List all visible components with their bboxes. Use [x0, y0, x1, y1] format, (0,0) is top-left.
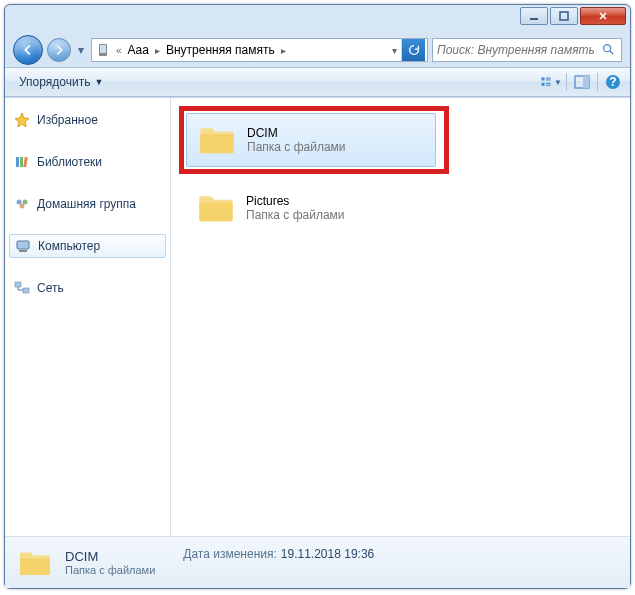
svg-rect-15 [16, 157, 19, 167]
svg-rect-24 [23, 288, 29, 293]
star-icon [13, 111, 31, 129]
folder-desc: Папка с файлами [246, 208, 345, 222]
date-value: 19.11.2018 19:36 [281, 547, 374, 561]
library-icon [13, 153, 31, 171]
minimize-button[interactable] [520, 7, 548, 25]
explorer-window: ▾ « Aaa ▸ Внутренняя память ▸ ▾ Упоряд [4, 4, 631, 589]
title-bar [5, 5, 630, 33]
svg-rect-21 [17, 241, 29, 249]
svg-rect-0 [530, 18, 538, 20]
sidebar-item-label: Избранное [37, 113, 98, 127]
close-button[interactable] [580, 7, 626, 25]
folder-desc: Папка с файлами [247, 140, 346, 154]
details-name: DCIM [65, 549, 155, 564]
svg-point-20 [20, 204, 25, 209]
sidebar-item-label: Библиотеки [37, 155, 102, 169]
sidebar-item-label: Компьютер [38, 239, 100, 253]
sidebar-item-label: Сеть [37, 281, 64, 295]
folder-item-pictures[interactable]: Pictures Папка с файлами [186, 182, 436, 234]
svg-rect-23 [15, 282, 21, 287]
body-area: Избранное Библиотеки Домашняя группа Ком… [5, 97, 630, 536]
folder-name: Pictures [246, 194, 345, 208]
svg-rect-22 [19, 250, 27, 252]
details-desc: Папка с файлами [65, 564, 155, 576]
chevron-down-icon: ▼ [94, 77, 103, 87]
computer-icon [14, 237, 32, 255]
svg-rect-9 [546, 83, 551, 84]
organize-label: Упорядочить [19, 75, 90, 89]
view-options-button[interactable]: ▼ [540, 71, 562, 93]
help-button[interactable]: ? [602, 71, 624, 93]
sidebar-item-network[interactable]: Сеть [5, 276, 170, 300]
navigation-pane: Избранное Библиотеки Домашняя группа Ком… [5, 98, 171, 536]
toolbar-separator [597, 73, 598, 91]
organize-button[interactable]: Упорядочить ▼ [11, 71, 111, 93]
sidebar-item-favorites[interactable]: Избранное [5, 108, 170, 132]
svg-rect-12 [583, 76, 589, 88]
svg-rect-3 [100, 45, 106, 53]
breadcrumb-item[interactable]: Внутренняя память [164, 43, 277, 57]
sidebar-item-computer[interactable]: Компьютер [9, 234, 166, 258]
svg-rect-1 [560, 12, 568, 20]
details-meta: Дата изменения: 19.11.2018 19:36 [183, 547, 374, 561]
device-icon [94, 41, 112, 59]
address-dropdown-icon[interactable]: ▾ [388, 45, 401, 56]
homegroup-icon [13, 195, 31, 213]
folder-icon [17, 545, 53, 581]
svg-rect-16 [20, 157, 23, 167]
details-text: DCIM Папка с файлами [65, 549, 155, 576]
folder-icon [196, 188, 236, 228]
sidebar-item-homegroup[interactable]: Домашняя группа [5, 192, 170, 216]
folder-text: Pictures Папка с файлами [246, 194, 345, 222]
svg-point-19 [23, 200, 28, 205]
file-list[interactable]: DCIM Папка с файлами Pictures Папка с фа… [171, 98, 630, 536]
svg-rect-17 [23, 157, 27, 167]
sidebar-item-libraries[interactable]: Библиотеки [5, 150, 170, 174]
address-bar[interactable]: « Aaa ▸ Внутренняя память ▸ ▾ [91, 38, 428, 62]
svg-point-4 [604, 45, 611, 52]
nav-history-dropdown[interactable]: ▾ [75, 40, 87, 60]
svg-rect-6 [546, 77, 551, 78]
sidebar-item-label: Домашняя группа [37, 197, 136, 211]
folder-icon [197, 120, 237, 160]
window-controls [520, 7, 626, 25]
search-input[interactable] [437, 43, 597, 57]
folder-item-dcim[interactable]: DCIM Папка с файлами [186, 113, 436, 167]
breadcrumb-chevron-icon[interactable]: ▸ [151, 45, 164, 56]
svg-rect-10 [546, 85, 551, 86]
details-pane: DCIM Папка с файлами Дата изменения: 19.… [5, 536, 630, 588]
back-button[interactable] [13, 35, 43, 65]
svg-point-18 [17, 200, 22, 205]
search-box[interactable] [432, 38, 622, 62]
search-icon[interactable] [601, 42, 617, 58]
highlight-annotation: DCIM Папка с файлами [179, 106, 449, 174]
forward-button[interactable] [47, 38, 71, 62]
date-label: Дата изменения: [183, 547, 277, 561]
preview-pane-button[interactable] [571, 71, 593, 93]
nav-bar: ▾ « Aaa ▸ Внутренняя память ▸ ▾ [5, 33, 630, 67]
breadcrumb-chevron-icon[interactable]: ▸ [277, 45, 290, 56]
refresh-button[interactable] [401, 39, 425, 61]
breadcrumb-item[interactable]: Aaa [126, 43, 151, 57]
svg-rect-5 [542, 77, 545, 80]
svg-rect-7 [546, 79, 551, 80]
chevron-down-icon: ▼ [554, 78, 562, 87]
svg-rect-8 [542, 83, 545, 86]
breadcrumb-separator[interactable]: « [112, 45, 126, 56]
folder-name: DCIM [247, 126, 346, 140]
toolbar-separator [566, 73, 567, 91]
maximize-button[interactable] [550, 7, 578, 25]
command-bar: Упорядочить ▼ ▼ ? [5, 67, 630, 97]
network-icon [13, 279, 31, 297]
folder-text: DCIM Папка с файлами [247, 126, 346, 154]
svg-text:?: ? [609, 75, 616, 89]
